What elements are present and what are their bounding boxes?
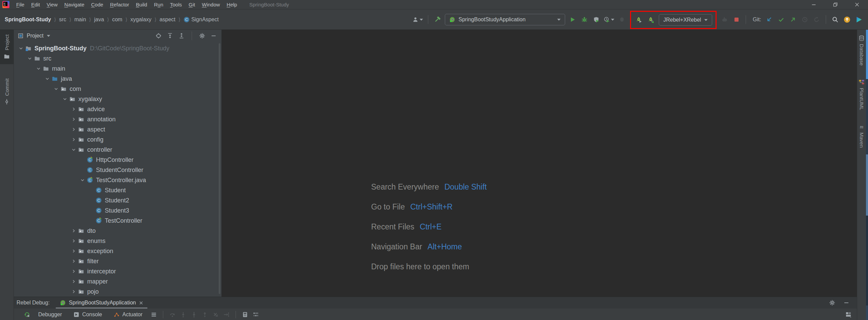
tree-item-exception[interactable]: exception (14, 246, 221, 256)
debug-button[interactable] (580, 15, 589, 24)
tree-item-config[interactable]: config (14, 134, 221, 145)
code-with-me-button[interactable] (854, 15, 863, 24)
minimize-button[interactable] (803, 0, 825, 9)
collapse-all-button[interactable] (178, 33, 185, 39)
chevron-right-icon[interactable] (70, 248, 77, 254)
chevron-right-icon[interactable] (70, 127, 77, 132)
run-config-select[interactable]: SpringBootStudyApplication (445, 14, 565, 25)
menu-tools[interactable]: Tools (167, 0, 185, 9)
project-tree-scrollbar[interactable] (219, 43, 220, 294)
menu-help[interactable]: Help (223, 0, 241, 9)
menu-build[interactable]: Build (132, 0, 150, 9)
force-step-into-button[interactable] (190, 310, 198, 319)
disabled-profiler-icon[interactable] (618, 15, 626, 24)
debug-layout-menu-button[interactable] (149, 310, 158, 319)
breadcrumb-item-main[interactable]: main (74, 17, 86, 23)
menu-code[interactable]: Code (88, 0, 107, 9)
rerun-button[interactable] (23, 310, 31, 319)
jrebel-disabled-icon[interactable] (720, 15, 729, 24)
layout-settings-button[interactable] (845, 312, 851, 318)
tab-debugger[interactable]: Debugger (33, 309, 67, 320)
locate-file-button[interactable] (155, 33, 162, 39)
git-rollback-button[interactable] (812, 15, 821, 24)
restore-button[interactable] (825, 0, 846, 9)
tree-item-testcontroller[interactable]: CTestController (14, 216, 221, 226)
restore-layout-button[interactable] (251, 310, 260, 319)
step-over-button[interactable] (168, 310, 177, 319)
tool-window-maven[interactable]: mMaven (859, 124, 865, 148)
debug-run-tab[interactable]: SpringBootStudyApplication (56, 297, 147, 309)
tree-item-dto[interactable]: dto (14, 226, 221, 236)
menu-window[interactable]: Window (198, 0, 223, 9)
chevron-down-icon[interactable] (70, 147, 77, 152)
chevron-right-icon[interactable] (70, 269, 77, 274)
tree-item-java[interactable]: java (14, 74, 221, 84)
chevron-down-icon[interactable] (17, 46, 25, 51)
tree-item-controller[interactable]: controller (14, 145, 221, 155)
tree-item-testcontroller-java[interactable]: CTestController.java (14, 175, 221, 185)
search-everywhere-button[interactable] (831, 15, 840, 24)
breadcrumb-item-springboot-study[interactable]: SpringBoot-Study (5, 17, 51, 23)
tree-item-filter[interactable]: filter (14, 256, 221, 266)
chevron-right-icon[interactable] (70, 106, 77, 112)
jrebel-config-select[interactable]: JRebel+XRebel (659, 14, 712, 26)
tool-window-plantuml[interactable]: PlantUML (859, 79, 865, 110)
menu-view[interactable]: View (43, 0, 61, 9)
menu-refactor[interactable]: Refactor (106, 0, 132, 9)
stop-button[interactable] (732, 15, 741, 24)
profiler-button[interactable] (604, 15, 614, 24)
chevron-right-icon[interactable] (70, 137, 77, 142)
breadcrumb-item-aspect[interactable]: aspect (160, 17, 175, 23)
tree-item-mapper[interactable]: mapper (14, 276, 221, 287)
chevron-right-icon[interactable] (70, 289, 77, 294)
menu-edit[interactable]: Edit (28, 0, 43, 9)
chevron-down-icon[interactable] (47, 34, 50, 37)
user-menu-button[interactable] (412, 15, 423, 24)
chevron-down-icon[interactable] (26, 56, 33, 61)
tree-item-student3[interactable]: CStudent3 (14, 205, 221, 216)
menu-run[interactable]: Run (150, 0, 167, 9)
breadcrumb-item-src[interactable]: src (59, 17, 66, 23)
drop-frame-button[interactable] (211, 310, 220, 319)
breadcrumb-item-java[interactable]: java (94, 17, 104, 23)
chevron-down-icon[interactable] (44, 76, 51, 81)
expand-all-button[interactable] (167, 33, 173, 39)
tool-window-commit[interactable]: Commit (0, 74, 14, 110)
debug-settings-button[interactable] (829, 300, 835, 306)
tree-item-com[interactable]: com (14, 84, 221, 94)
git-commit-button[interactable] (777, 15, 786, 24)
breadcrumb-item-signaspect[interactable]: CSignAspect (184, 17, 219, 23)
jrebel-run-button[interactable] (634, 15, 643, 25)
breadcrumb-item-xygalaxy[interactable]: xygalaxy (130, 17, 151, 23)
chevron-down-icon[interactable] (79, 177, 86, 183)
evaluate-expression-button[interactable] (241, 310, 249, 319)
run-button[interactable] (568, 15, 577, 24)
tree-item-src[interactable]: src (14, 53, 221, 64)
tree-item-student2[interactable]: CStudent2 (14, 195, 221, 205)
hide-debug-panel-button[interactable] (843, 300, 849, 306)
hide-panel-button[interactable] (211, 33, 217, 39)
tree-item-student[interactable]: CStudent (14, 185, 221, 195)
run-with-coverage-button[interactable] (592, 15, 601, 24)
chevron-down-icon[interactable] (52, 86, 60, 92)
tree-item-main[interactable]: main (14, 64, 221, 74)
chevron-right-icon[interactable] (70, 228, 77, 233)
tool-window-project[interactable]: Project (0, 30, 14, 64)
step-into-button[interactable] (179, 310, 188, 319)
close-button[interactable] (846, 0, 868, 9)
tree-item-pojo[interactable]: pojo (14, 287, 221, 297)
tab-actuator[interactable]: Actuator (109, 309, 147, 320)
tree-item-enums[interactable]: enums (14, 236, 221, 246)
ide-update-button[interactable] (843, 15, 851, 24)
chevron-right-icon[interactable] (70, 117, 77, 122)
chevron-right-icon[interactable] (70, 279, 77, 284)
tree-item-aspect[interactable]: aspect (14, 124, 221, 134)
chevron-down-icon[interactable] (35, 66, 42, 71)
tree-item-springboot-study[interactable]: SpringBoot-StudyD:\GitCode\SpringBoot-St… (14, 43, 221, 53)
menu-navigate[interactable]: Navigate (61, 0, 88, 9)
tool-window-database[interactable]: Database (859, 35, 865, 66)
step-out-button[interactable] (200, 310, 209, 319)
tree-item-httpcontroller[interactable]: CHttpController (14, 155, 221, 165)
jrebel-debug-button[interactable] (647, 15, 655, 25)
git-push-button[interactable] (789, 15, 797, 24)
